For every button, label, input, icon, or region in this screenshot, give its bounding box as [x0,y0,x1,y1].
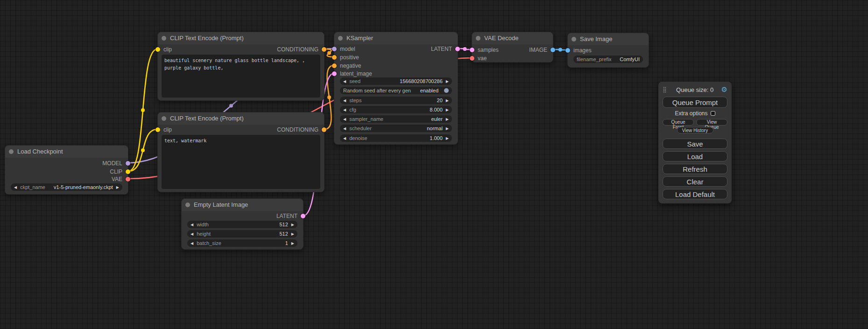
node-empty-latent-image[interactable]: Empty Latent Image LATENT ◀ width 512 ▶ … [181,198,303,250]
slot-label: negative [340,63,361,69]
node-clip-text-encode-positive[interactable]: CLIP Text Encode (Prompt) clip CONDITION… [157,32,325,101]
input-slot-images: images [565,47,592,54]
extra-options-checkbox[interactable] [711,111,715,116]
scheduler-widget[interactable]: ◀ scheduler normal ▶ [340,125,452,132]
slot-label: VAE [112,176,122,182]
latent-image-input-port[interactable] [332,71,337,76]
conditioning-output-port[interactable] [322,127,326,132]
increment-arrow-icon[interactable]: ▶ [291,223,294,227]
clip-input-port[interactable] [155,47,160,52]
vae-output-port[interactable] [126,177,130,182]
denoise-widget[interactable]: ◀ denoise 1.000 ▶ [340,134,452,142]
slot-label: clip [163,126,172,133]
toggle-indicator-icon[interactable] [444,88,449,93]
model-input-port[interactable] [332,47,337,51]
negative-input-port[interactable] [332,63,337,68]
link-midpoint-dot [327,96,331,99]
positive-input-port[interactable] [332,55,337,60]
drag-handle-icon[interactable]: ⣿ [663,86,667,93]
node-clip-text-encode-negative[interactable]: CLIP Text Encode (Prompt) clip CONDITION… [157,112,325,192]
node-vae-decode[interactable]: VAE Decode samples vae IMAGE [472,32,553,63]
collapse-dot-icon[interactable] [476,36,480,41]
save-button[interactable]: Save [663,139,727,149]
output-slot-latent: LATENT [431,46,460,52]
steps-widget[interactable]: ◀ steps 20 ▶ [340,97,452,104]
samples-input-port[interactable] [470,48,474,52]
node-vae-decode-titlebar[interactable]: VAE Decode [472,32,553,44]
load-default-button[interactable]: Load Default [663,189,727,199]
clip-output-port[interactable] [126,169,130,174]
decrement-arrow-icon[interactable]: ◀ [343,136,346,140]
clip-input-port[interactable] [155,127,160,132]
queue-prompt-button[interactable]: Queue Prompt [663,97,727,108]
increment-arrow-icon[interactable]: ▶ [446,136,449,140]
node-clip-negative-titlebar[interactable]: CLIP Text Encode (Prompt) [158,112,324,125]
cfg-widget[interactable]: ◀ cfg 8.000 ▶ [340,106,452,113]
seed-widget[interactable]: ◀ seed 156680208700286 ▶ [340,77,452,85]
view-queue-button[interactable]: View Queue [696,119,727,126]
decrement-arrow-icon[interactable]: ◀ [343,79,346,84]
increment-arrow-icon[interactable]: ▶ [446,108,449,112]
node-clip-positive-titlebar[interactable]: CLIP Text Encode (Prompt) [158,32,324,44]
model-output-port[interactable] [126,161,130,166]
prev-value-arrow-icon[interactable]: ◀ [343,126,346,131]
collapse-dot-icon[interactable] [338,36,343,41]
next-value-arrow-icon[interactable]: ▶ [446,117,449,121]
node-empty-latent-titlebar[interactable]: Empty Latent Image [182,199,303,211]
increment-arrow-icon[interactable]: ▶ [446,79,449,84]
filename-prefix-widget[interactable]: filename_prefix ComfyUI [573,56,643,63]
collapse-dot-icon[interactable] [572,37,576,42]
image-output-port[interactable] [550,48,555,52]
next-value-arrow-icon[interactable]: ▶ [116,185,119,189]
collapse-dot-icon[interactable] [162,116,166,121]
ckpt-name-widget[interactable]: ◀ ckpt_name v1-5-pruned-emaonly.ckpt ▶ [11,183,122,191]
node-ksampler-titlebar[interactable]: KSampler [334,32,458,44]
latent-output-port[interactable] [455,47,460,51]
vae-input-port[interactable] [470,56,474,61]
decrement-arrow-icon[interactable]: ◀ [191,232,193,236]
images-input-port[interactable] [565,48,570,53]
prev-value-arrow-icon[interactable]: ◀ [14,185,17,189]
prev-value-arrow-icon[interactable]: ◀ [343,117,346,121]
node-load-checkpoint[interactable]: Load Checkpoint MODEL CLIP VAE ◀ ckpt_na… [5,145,128,195]
output-slot-clip: CLIP [110,168,130,175]
increment-arrow-icon[interactable]: ▶ [446,98,449,103]
node-save-image-titlebar[interactable]: Save Image [568,33,649,45]
node-graph-canvas[interactable]: Load Checkpoint MODEL CLIP VAE ◀ ckpt_na… [0,0,868,329]
queue-front-button[interactable]: Queue Front [663,119,694,126]
collapse-dot-icon[interactable] [9,149,14,154]
collapse-dot-icon[interactable] [185,203,190,207]
node-title-text: Empty Latent Image [194,201,248,208]
height-widget[interactable]: ◀ height 512 ▶ [187,230,297,238]
refresh-button[interactable]: Refresh [663,164,727,174]
view-history-button[interactable]: View History [677,127,713,133]
node-save-image[interactable]: Save Image images filename_prefix ComfyU… [567,33,649,68]
sampler-name-widget[interactable]: ◀ sampler_name euler ▶ [340,115,452,123]
conditioning-output-port[interactable] [322,47,326,52]
settings-gear-icon[interactable]: ⚙ [721,85,727,94]
width-widget[interactable]: ◀ width 512 ▶ [187,221,297,228]
random-seed-toggle-widget[interactable]: Random seed after every gen enabled [340,87,452,94]
load-button[interactable]: Load [663,151,727,161]
decrement-arrow-icon[interactable]: ◀ [343,108,346,112]
decrement-arrow-icon[interactable]: ◀ [343,98,346,103]
next-value-arrow-icon[interactable]: ▶ [446,126,449,131]
link-midpoint-dot [229,104,233,108]
clear-button[interactable]: Clear [663,176,727,187]
decrement-arrow-icon[interactable]: ◀ [191,223,193,227]
output-slot-vae: VAE [112,176,130,182]
positive-prompt-textarea[interactable]: beautiful scenery nature glass bottle la… [162,55,320,98]
link-midpoint-dot [327,51,331,55]
increment-arrow-icon[interactable]: ▶ [291,232,294,236]
decrement-arrow-icon[interactable]: ◀ [191,241,193,245]
slot-label: positive [340,54,359,61]
slot-label: IMAGE [529,47,547,53]
collapse-dot-icon[interactable] [162,36,166,41]
slot-label: CLIP [110,168,122,175]
latent-output-port[interactable] [301,214,305,218]
negative-prompt-textarea[interactable]: text, watermark [162,135,320,189]
batch-size-widget[interactable]: ◀ batch_size 1 ▶ [187,239,297,247]
node-load-checkpoint-titlebar[interactable]: Load Checkpoint [5,146,128,158]
increment-arrow-icon[interactable]: ▶ [291,241,294,245]
node-ksampler[interactable]: KSampler model positive negative latent_… [334,32,458,145]
